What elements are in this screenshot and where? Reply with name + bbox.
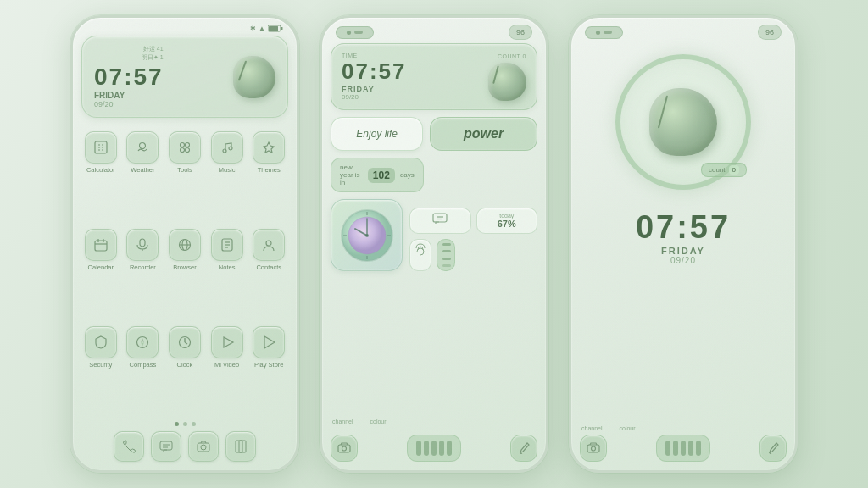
svg-rect-60 bbox=[587, 445, 599, 452]
channel-label-3: channel bbox=[581, 425, 603, 431]
svg-marker-32 bbox=[141, 338, 144, 342]
label1: 好运 41 bbox=[94, 45, 164, 53]
phone3-content: count 0 07:57 FRIDAY 09/20 channel colou… bbox=[571, 43, 795, 470]
dot-2 bbox=[183, 422, 187, 426]
app-mivideo[interactable]: Mi Video bbox=[208, 326, 247, 417]
dock-phone[interactable] bbox=[114, 431, 144, 462]
channel-label-2: channel bbox=[332, 419, 353, 424]
clock-time-left: 好运 41 明日✦ 1 07:57 FRIDAY 09/20 bbox=[94, 45, 164, 108]
battery-badge-2: 96 bbox=[509, 25, 532, 40]
bottom-icons-bar-2 bbox=[331, 435, 537, 470]
message-widget[interactable] bbox=[409, 208, 471, 234]
pill-dot-3-1 bbox=[665, 441, 670, 456]
pill-dot-3-2 bbox=[673, 441, 678, 456]
app-compass[interactable]: Compass bbox=[124, 326, 163, 417]
camera-lens-icon-3 bbox=[596, 30, 600, 35]
svg-point-14 bbox=[185, 148, 189, 152]
pill-dot-5 bbox=[447, 441, 452, 456]
time-widget-info: TIME 07:57 FRIDAY 09/20 bbox=[342, 53, 407, 101]
pill-dot-3 bbox=[431, 441, 437, 456]
svg-point-54 bbox=[365, 234, 369, 237]
power-button[interactable]: power bbox=[430, 117, 537, 151]
camera-lens-icon bbox=[347, 30, 351, 35]
clock-day: FRIDAY bbox=[94, 91, 164, 100]
dock-camera[interactable] bbox=[188, 431, 219, 462]
app-icon-tools bbox=[169, 131, 201, 164]
newyear-widget[interactable]: new year is in 102 days bbox=[331, 158, 424, 192]
svg-rect-21 bbox=[140, 239, 145, 247]
app-browser[interactable]: Browser bbox=[165, 229, 204, 319]
status-bar-3: 96 bbox=[571, 18, 795, 43]
battery-bar-widget[interactable] bbox=[437, 239, 455, 271]
phone-1: ✱ ▲ 好运 41 明日✦ 1 07:57 FRIDAY 09/20 bbox=[70, 15, 299, 473]
pill-group-3[interactable] bbox=[656, 435, 710, 462]
fingerprint-widget[interactable] bbox=[409, 239, 431, 271]
camera-icon-3 bbox=[587, 442, 600, 454]
battery-percent-widget[interactable]: today 67% bbox=[476, 208, 538, 234]
pill-dot-3-5 bbox=[696, 441, 701, 456]
svg-marker-37 bbox=[224, 337, 233, 347]
camera-icon-2 bbox=[337, 442, 351, 454]
bottom-section-3: channel colour bbox=[580, 422, 787, 470]
camera-btn-3[interactable] bbox=[580, 435, 607, 462]
app-label-contacts: Contacts bbox=[256, 263, 281, 271]
app-notes[interactable]: Notes bbox=[208, 229, 247, 319]
analog-clock-svg bbox=[338, 207, 396, 264]
big-circular-widget: count 0 bbox=[611, 50, 755, 194]
app-label-music: Music bbox=[219, 166, 236, 174]
jade-blob-2 bbox=[488, 63, 526, 101]
mini-widget-row-1: today 67% bbox=[409, 208, 537, 234]
message-icon bbox=[432, 213, 448, 225]
app-themes[interactable]: Themes bbox=[249, 131, 288, 222]
app-contacts[interactable]: Contacts bbox=[249, 229, 288, 319]
clock-time: 07:57 bbox=[94, 64, 164, 91]
app-calculator[interactable]: Calculator bbox=[81, 131, 120, 222]
enjoy-power-row: Enjoy life power bbox=[331, 117, 537, 151]
app-tools[interactable]: Tools bbox=[165, 131, 204, 222]
bar2 bbox=[442, 250, 451, 252]
dock-messages[interactable] bbox=[151, 431, 181, 462]
app-icon-mivideo bbox=[211, 326, 243, 358]
app-clock[interactable]: Clock bbox=[165, 326, 204, 417]
bottom-dock bbox=[81, 431, 288, 470]
count-badge: count 0 bbox=[701, 163, 747, 177]
app-recorder[interactable]: Recorder bbox=[124, 229, 163, 319]
app-playstore[interactable]: Play Store bbox=[249, 326, 288, 417]
brush-btn-2[interactable] bbox=[510, 435, 537, 462]
svg-point-59 bbox=[342, 446, 347, 451]
bar1 bbox=[442, 243, 451, 246]
phone-3: 96 count 0 07:57 FRIDAY 09/20 bbox=[569, 15, 798, 473]
app-label-clock: Clock bbox=[177, 361, 193, 369]
pill-group-2[interactable] bbox=[407, 435, 461, 462]
app-security[interactable]: Security bbox=[81, 326, 120, 417]
big-clock-time: 07:57 bbox=[636, 209, 731, 246]
newyear-text: new year is in bbox=[340, 164, 363, 186]
app-calendar[interactable]: Calendar bbox=[81, 229, 120, 319]
app-label-notes: Notes bbox=[219, 263, 236, 271]
big-time-display: 07:57 FRIDAY 09/20 bbox=[636, 209, 731, 265]
svg-point-13 bbox=[180, 148, 184, 152]
page-dots bbox=[81, 417, 288, 431]
app-label-tools: Tools bbox=[177, 166, 192, 174]
app-icon-calendar bbox=[85, 229, 117, 261]
time-widget-right: count 0 bbox=[488, 53, 526, 101]
camera-notch-3 bbox=[585, 26, 623, 39]
app-weather[interactable]: Weather bbox=[124, 131, 163, 222]
phone-2: 96 TIME 07:57 FRIDAY 09/20 count 0 Enjoy… bbox=[320, 15, 548, 473]
camera-btn-2[interactable] bbox=[331, 435, 358, 462]
analog-clock-widget[interactable] bbox=[331, 199, 403, 271]
camera-notch-2 bbox=[336, 26, 374, 39]
widgets-row: today 67% bbox=[331, 199, 537, 271]
app-label-playstore: Play Store bbox=[254, 361, 284, 369]
brush-btn-3[interactable] bbox=[760, 435, 787, 462]
enjoy-life-button[interactable]: Enjoy life bbox=[331, 117, 423, 151]
clock-widget-1[interactable]: 好运 41 明日✦ 1 07:57 FRIDAY 09/20 bbox=[81, 36, 288, 118]
svg-point-61 bbox=[592, 446, 596, 451]
time-widget-day: FRIDAY bbox=[342, 85, 407, 93]
time-widget-large[interactable]: TIME 07:57 FRIDAY 09/20 count 0 bbox=[331, 43, 537, 110]
big-clock-day: FRIDAY bbox=[636, 246, 731, 256]
dock-files[interactable] bbox=[225, 431, 256, 462]
app-icon-browser bbox=[169, 229, 201, 261]
app-label-mivideo: Mi Video bbox=[214, 361, 239, 369]
app-music[interactable]: Music bbox=[208, 131, 247, 222]
